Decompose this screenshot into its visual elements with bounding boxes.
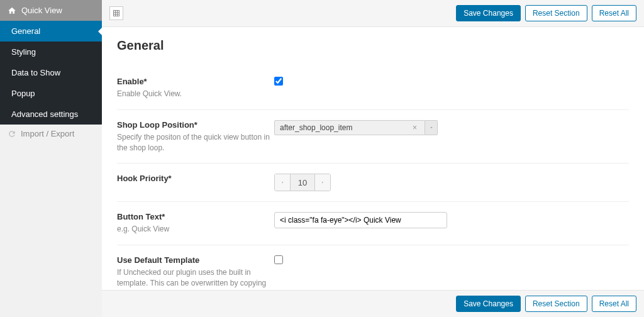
sidebar-item-data-to-show[interactable]: Data to Show (0, 62, 102, 83)
main: Save Changes Reset Section Reset All Gen… (102, 0, 644, 317)
button-text-input[interactable] (274, 212, 447, 228)
field-shop-loop: Shop Loop Position* Specify the positon … (117, 110, 629, 164)
shop-loop-select[interactable]: after_shop_loop_item × (274, 120, 438, 135)
reset-all-button[interactable]: Reset All (592, 296, 636, 312)
field-desc: Specify the positon of the quick view bu… (117, 132, 274, 153)
reset-section-button[interactable]: Reset Section (525, 296, 587, 312)
sidebar: Quick View General Styling Data to Show … (0, 0, 102, 317)
sidebar-item-label: General (11, 26, 40, 36)
field-enable: Enable* Enable Quick View. (117, 67, 629, 110)
sidebar-nav: General Styling Data to Show Popup Advan… (0, 21, 102, 125)
sidebar-item-label: Popup (11, 89, 35, 98)
field-button-text: Button Text* e.g. Quick View (117, 202, 629, 245)
field-label: Button Text* (117, 212, 274, 221)
use-default-checkbox[interactable] (274, 255, 283, 264)
chevron-down-icon[interactable] (425, 120, 438, 135)
spinner-decrement[interactable] (275, 174, 290, 191)
field-use-default-template: Use Default Template If Unchecked our pl… (117, 245, 629, 290)
field-label: Hook Priority* (117, 174, 274, 183)
field-label: Enable* (117, 77, 274, 86)
sidebar-item-general[interactable]: General (0, 21, 102, 42)
reset-all-button[interactable]: Reset All (592, 5, 636, 21)
save-changes-button[interactable]: Save Changes (456, 296, 521, 312)
hook-priority-spinner (274, 174, 331, 191)
sidebar-item-label: Advanced settings (11, 109, 78, 119)
field-desc: Enable Quick View. (117, 89, 274, 99)
sidebar-item-label: Data to Show (11, 68, 60, 77)
sidebar-item-advanced[interactable]: Advanced settings (0, 104, 102, 125)
spinner-value[interactable] (290, 174, 315, 191)
clear-icon[interactable]: × (410, 123, 419, 132)
sidebar-item-styling[interactable]: Styling (0, 42, 102, 62)
enable-checkbox[interactable] (274, 77, 283, 86)
reset-section-button[interactable]: Reset Section (525, 5, 587, 21)
field-label: Shop Loop Position* (117, 120, 274, 130)
select-value: after_shop_loop_item (280, 123, 352, 132)
sidebar-item-label: Styling (11, 47, 36, 57)
refresh-icon (8, 130, 16, 138)
page-title: General (117, 38, 629, 53)
toolbar-bottom: Save Changes Reset Section Reset All (102, 290, 644, 317)
content: General Enable* Enable Quick View. Shop … (102, 27, 644, 290)
svg-rect-0 (114, 11, 119, 16)
field-desc: e.g. Quick View (117, 224, 274, 235)
field-label: Use Default Template (117, 255, 274, 265)
save-changes-button[interactable]: Save Changes (456, 5, 521, 21)
sidebar-footer-label: Import / Export (21, 129, 74, 138)
sidebar-header: Quick View (0, 0, 102, 21)
spinner-increment[interactable] (315, 174, 330, 191)
sidebar-item-popup[interactable]: Popup (0, 83, 102, 104)
field-desc: If Unchecked our plugin uses the built i… (117, 267, 274, 290)
sidebar-title: Quick View (21, 6, 62, 15)
sidebar-import-export[interactable]: Import / Export (0, 125, 102, 143)
toolbar-top: Save Changes Reset Section Reset All (102, 0, 644, 27)
home-icon (8, 6, 16, 15)
field-hook-priority: Hook Priority* (117, 164, 629, 202)
expand-toggle-button[interactable] (109, 6, 123, 20)
